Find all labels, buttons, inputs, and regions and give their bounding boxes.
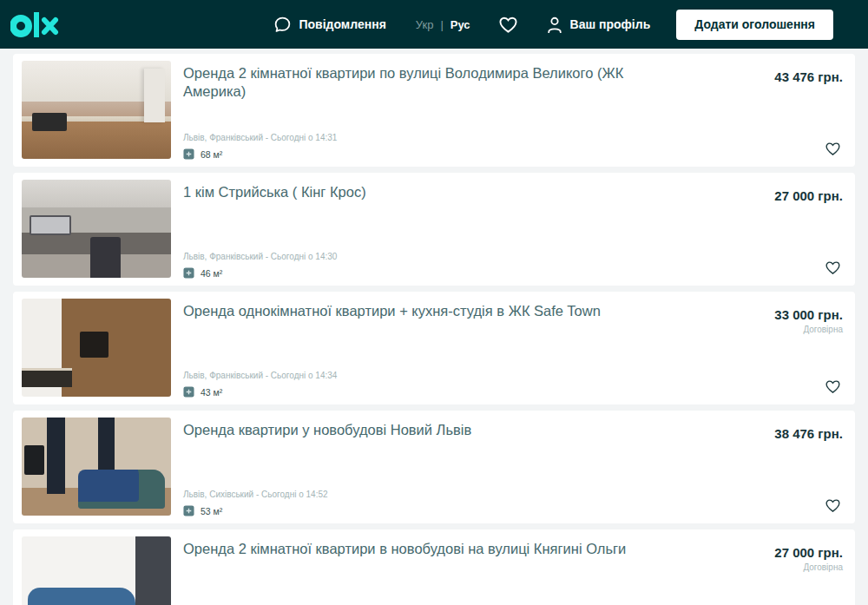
- area-icon: [183, 148, 194, 160]
- listing-price-note: Договірна: [774, 562, 843, 572]
- listing-meta: Львів, Франківський - Сьогодні о 14:34 4…: [183, 371, 681, 398]
- listing-info: Оренда квартири у новобудові Новий Львів…: [171, 418, 846, 516]
- listing-card[interactable]: Оренда 2 кімнатної квартири в новобудові…: [13, 529, 855, 605]
- listing-info: Оренда 2 кімнатної квартири в новобудові…: [171, 536, 846, 605]
- chat-bubble-icon: [273, 16, 292, 34]
- listing-title[interactable]: Оренда однокімнатної квартири + кухня-ст…: [183, 302, 681, 320]
- listing-area-row: 68 м²: [183, 148, 681, 160]
- favorites-link[interactable]: [498, 16, 518, 34]
- listing-area-row: 53 м²: [183, 505, 681, 516]
- listing-area: 53 м²: [201, 506, 222, 516]
- profile-label: Ваш профіль: [570, 17, 651, 31]
- favorite-button[interactable]: [825, 498, 841, 513]
- listing-title[interactable]: Оренда квартири у новобудові Новий Львів: [183, 421, 681, 439]
- listing-price: 43 476 грн.: [774, 69, 843, 84]
- listing-price-note: [774, 444, 843, 452]
- listing-card[interactable]: Оренда однокімнатної квартири + кухня-ст…: [13, 292, 855, 404]
- heart-icon: [825, 260, 841, 275]
- price-box: 33 000 грн. Договірна: [774, 307, 843, 334]
- favorite-button[interactable]: [825, 260, 841, 275]
- listing-price-note: Договірна: [774, 325, 843, 334]
- listing-photo[interactable]: [22, 299, 171, 397]
- lang-rus[interactable]: Рус: [450, 18, 470, 31]
- listing-location-date: Львів, Франківський - Сьогодні о 14:30: [183, 252, 681, 261]
- heart-icon: [825, 141, 841, 156]
- listing-card[interactable]: Оренда 2 кімнатної квартири по вулиці Во…: [13, 54, 855, 167]
- listing-area: 43 м²: [201, 387, 222, 398]
- heart-icon: [498, 16, 518, 34]
- language-switcher: Укр | Рус: [416, 18, 470, 31]
- listing-meta: Львів, Сихівський - Сьогодні о 14:52 53 …: [183, 490, 681, 516]
- listing-location-date: Львів, Франківський - Сьогодні о 14:34: [183, 371, 681, 380]
- listing-area: 68 м²: [201, 149, 222, 160]
- listing-price: 27 000 грн.: [774, 188, 843, 203]
- lang-ukr[interactable]: Укр: [416, 18, 434, 31]
- favorite-button[interactable]: [825, 379, 841, 394]
- profile-link[interactable]: Ваш профіль: [546, 16, 651, 34]
- messages-label: Повідомлення: [299, 17, 386, 31]
- listing-price: 27 000 грн.: [774, 545, 843, 560]
- listing-price: 33 000 грн.: [774, 307, 843, 322]
- listing-price: 38 476 грн.: [774, 426, 843, 441]
- person-icon: [546, 16, 563, 34]
- listing-price-note: [774, 206, 843, 214]
- heart-icon: [825, 379, 841, 394]
- area-icon: [183, 505, 194, 516]
- listing-location-date: Львів, Франківський - Сьогодні о 14:31: [183, 133, 681, 142]
- listing-price-note: [774, 87, 843, 95]
- price-box: 27 000 грн. Договірна: [774, 545, 843, 572]
- heart-icon: [825, 498, 841, 513]
- listing-photo[interactable]: [22, 61, 171, 159]
- listing-area: 46 м²: [201, 268, 222, 279]
- listing-photo[interactable]: [22, 180, 171, 278]
- messages-link[interactable]: Повідомлення: [273, 16, 386, 34]
- listing-location-date: Львів, Сихівський - Сьогодні о 14:52: [183, 490, 681, 499]
- price-box: 38 476 грн.: [774, 426, 843, 452]
- favorite-button[interactable]: [825, 141, 841, 156]
- listing-meta: Львів, Франківський - Сьогодні о 14:31 6…: [183, 133, 681, 160]
- top-header: Повідомлення Укр | Рус Ваш профіль Додат…: [0, 0, 868, 49]
- price-box: 27 000 грн.: [774, 188, 843, 214]
- listing-title[interactable]: Оренда 2 кімнатної квартири в новобудові…: [183, 540, 681, 558]
- listing-info: 1 кім Стрийська ( Кінг Крос) Львів, Фран…: [171, 180, 846, 279]
- add-listing-button[interactable]: Додати оголошення: [676, 10, 833, 40]
- listing-meta: Львів, Франківський - Сьогодні о 14:30 4…: [183, 252, 681, 279]
- listings-list: Оренда 2 кімнатної квартири по вулиці Во…: [0, 49, 868, 605]
- lang-separator: |: [440, 18, 443, 31]
- listing-photo[interactable]: [22, 418, 171, 516]
- area-icon: [183, 267, 194, 279]
- olx-logo-icon: [10, 10, 61, 39]
- listing-photo[interactable]: [22, 536, 171, 605]
- area-icon: [183, 386, 194, 398]
- olx-logo[interactable]: [10, 10, 61, 39]
- listing-area-row: 46 м²: [183, 267, 681, 279]
- listing-area-row: 43 м²: [183, 386, 681, 398]
- price-box: 43 476 грн.: [774, 69, 843, 95]
- listing-card[interactable]: 1 кім Стрийська ( Кінг Крос) Львів, Фран…: [13, 173, 855, 286]
- listing-title[interactable]: 1 кім Стрийська ( Кінг Крос): [183, 183, 681, 201]
- listing-title[interactable]: Оренда 2 кімнатної квартири по вулиці Во…: [183, 64, 681, 102]
- listing-info: Оренда 2 кімнатної квартири по вулиці Во…: [171, 61, 846, 160]
- listing-card[interactable]: Оренда квартири у новобудові Новий Львів…: [13, 411, 855, 523]
- listing-info: Оренда однокімнатної квартири + кухня-ст…: [171, 299, 846, 398]
